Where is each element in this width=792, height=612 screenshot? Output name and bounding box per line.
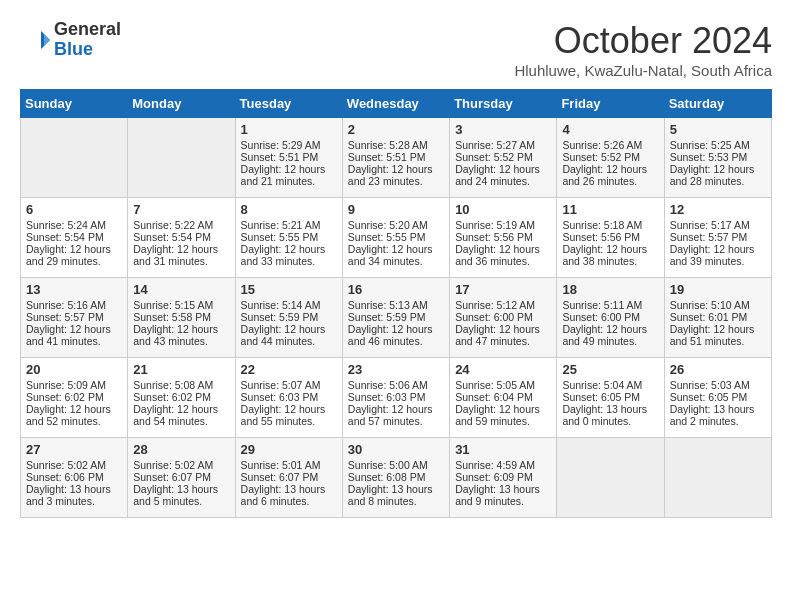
cell-info-line: Daylight: 12 hours and 26 minutes. [562, 163, 658, 187]
day-number: 16 [348, 282, 444, 297]
cell-info-line: Daylight: 12 hours and 21 minutes. [241, 163, 337, 187]
cell-info-line: Sunset: 5:57 PM [670, 231, 766, 243]
cell-info-line: Sunrise: 5:14 AM [241, 299, 337, 311]
day-number: 6 [26, 202, 122, 217]
cell-info-line: Sunset: 5:51 PM [348, 151, 444, 163]
cell-info-line: Daylight: 12 hours and 34 minutes. [348, 243, 444, 267]
calendar-cell: 18Sunrise: 5:11 AMSunset: 6:00 PMDayligh… [557, 278, 664, 358]
calendar-cell: 6Sunrise: 5:24 AMSunset: 5:54 PMDaylight… [21, 198, 128, 278]
day-number: 2 [348, 122, 444, 137]
cell-info-line: Sunrise: 5:25 AM [670, 139, 766, 151]
day-number: 27 [26, 442, 122, 457]
day-number: 9 [348, 202, 444, 217]
cell-info-line: Sunset: 6:02 PM [26, 391, 122, 403]
cell-info-line: Sunrise: 5:02 AM [133, 459, 229, 471]
cell-info-line: Sunrise: 5:24 AM [26, 219, 122, 231]
cell-info-line: Daylight: 12 hours and 46 minutes. [348, 323, 444, 347]
cell-info-line: Sunrise: 5:09 AM [26, 379, 122, 391]
cell-info-line: Sunrise: 5:00 AM [348, 459, 444, 471]
cell-info-line: Daylight: 12 hours and 59 minutes. [455, 403, 551, 427]
cell-info-line: Daylight: 13 hours and 3 minutes. [26, 483, 122, 507]
header-col-sunday: Sunday [21, 90, 128, 118]
cell-info-line: Daylight: 13 hours and 6 minutes. [241, 483, 337, 507]
calendar-cell: 2Sunrise: 5:28 AMSunset: 5:51 PMDaylight… [342, 118, 449, 198]
calendar-cell: 17Sunrise: 5:12 AMSunset: 6:00 PMDayligh… [450, 278, 557, 358]
cell-info-line: Sunrise: 5:20 AM [348, 219, 444, 231]
calendar-cell: 1Sunrise: 5:29 AMSunset: 5:51 PMDaylight… [235, 118, 342, 198]
cell-info-line: Daylight: 13 hours and 5 minutes. [133, 483, 229, 507]
cell-info-line: Daylight: 13 hours and 2 minutes. [670, 403, 766, 427]
cell-info-line: Sunset: 6:09 PM [455, 471, 551, 483]
cell-info-line: Sunset: 6:07 PM [241, 471, 337, 483]
cell-info-line: Sunset: 6:05 PM [670, 391, 766, 403]
cell-info-line: Sunset: 5:51 PM [241, 151, 337, 163]
calendar-cell: 21Sunrise: 5:08 AMSunset: 6:02 PMDayligh… [128, 358, 235, 438]
cell-info-line: Sunrise: 5:21 AM [241, 219, 337, 231]
cell-info-line: Sunrise: 5:03 AM [670, 379, 766, 391]
day-number: 29 [241, 442, 337, 457]
cell-info-line: Sunset: 5:59 PM [348, 311, 444, 323]
header-col-monday: Monday [128, 90, 235, 118]
cell-info-line: Daylight: 12 hours and 33 minutes. [241, 243, 337, 267]
day-number: 25 [562, 362, 658, 377]
calendar-cell: 26Sunrise: 5:03 AMSunset: 6:05 PMDayligh… [664, 358, 771, 438]
header-col-friday: Friday [557, 90, 664, 118]
cell-info-line: Daylight: 12 hours and 55 minutes. [241, 403, 337, 427]
calendar-cell [128, 118, 235, 198]
cell-info-line: Sunset: 5:53 PM [670, 151, 766, 163]
header-col-saturday: Saturday [664, 90, 771, 118]
cell-info-line: Sunset: 5:56 PM [562, 231, 658, 243]
calendar-cell: 28Sunrise: 5:02 AMSunset: 6:07 PMDayligh… [128, 438, 235, 518]
day-number: 21 [133, 362, 229, 377]
cell-info-line: Sunset: 6:08 PM [348, 471, 444, 483]
cell-info-line: Sunset: 5:52 PM [455, 151, 551, 163]
logo: General Blue [20, 20, 121, 60]
calendar-cell: 19Sunrise: 5:10 AMSunset: 6:01 PMDayligh… [664, 278, 771, 358]
logo-text: General Blue [54, 20, 121, 60]
cell-info-line: Sunset: 5:54 PM [26, 231, 122, 243]
cell-info-line: Sunset: 6:07 PM [133, 471, 229, 483]
calendar-cell: 12Sunrise: 5:17 AMSunset: 5:57 PMDayligh… [664, 198, 771, 278]
cell-info-line: Sunset: 6:00 PM [455, 311, 551, 323]
cell-info-line: Daylight: 12 hours and 39 minutes. [670, 243, 766, 267]
cell-info-line: Daylight: 12 hours and 54 minutes. [133, 403, 229, 427]
day-number: 23 [348, 362, 444, 377]
cell-info-line: Sunset: 6:05 PM [562, 391, 658, 403]
cell-info-line: Sunset: 6:01 PM [670, 311, 766, 323]
cell-info-line: Daylight: 12 hours and 23 minutes. [348, 163, 444, 187]
calendar-cell: 4Sunrise: 5:26 AMSunset: 5:52 PMDaylight… [557, 118, 664, 198]
month-title: October 2024 [514, 20, 772, 62]
calendar-cell: 8Sunrise: 5:21 AMSunset: 5:55 PMDaylight… [235, 198, 342, 278]
day-number: 4 [562, 122, 658, 137]
cell-info-line: Daylight: 12 hours and 28 minutes. [670, 163, 766, 187]
day-number: 15 [241, 282, 337, 297]
week-row-1: 1Sunrise: 5:29 AMSunset: 5:51 PMDaylight… [21, 118, 772, 198]
cell-info-line: Sunrise: 5:17 AM [670, 219, 766, 231]
calendar-cell: 24Sunrise: 5:05 AMSunset: 6:04 PMDayligh… [450, 358, 557, 438]
day-number: 19 [670, 282, 766, 297]
cell-info-line: Sunset: 5:58 PM [133, 311, 229, 323]
day-number: 3 [455, 122, 551, 137]
calendar-cell: 13Sunrise: 5:16 AMSunset: 5:57 PMDayligh… [21, 278, 128, 358]
day-number: 30 [348, 442, 444, 457]
calendar-cell: 16Sunrise: 5:13 AMSunset: 5:59 PMDayligh… [342, 278, 449, 358]
cell-info-line: Sunrise: 5:29 AM [241, 139, 337, 151]
calendar-cell: 30Sunrise: 5:00 AMSunset: 6:08 PMDayligh… [342, 438, 449, 518]
day-number: 14 [133, 282, 229, 297]
header-col-tuesday: Tuesday [235, 90, 342, 118]
day-number: 7 [133, 202, 229, 217]
cell-info-line: Daylight: 12 hours and 52 minutes. [26, 403, 122, 427]
calendar-cell: 15Sunrise: 5:14 AMSunset: 5:59 PMDayligh… [235, 278, 342, 358]
cell-info-line: Sunrise: 5:22 AM [133, 219, 229, 231]
cell-info-line: Sunrise: 5:26 AM [562, 139, 658, 151]
cell-info-line: Sunset: 5:57 PM [26, 311, 122, 323]
calendar-cell: 3Sunrise: 5:27 AMSunset: 5:52 PMDaylight… [450, 118, 557, 198]
cell-info-line: Sunset: 5:52 PM [562, 151, 658, 163]
cell-info-line: Daylight: 12 hours and 44 minutes. [241, 323, 337, 347]
week-row-4: 20Sunrise: 5:09 AMSunset: 6:02 PMDayligh… [21, 358, 772, 438]
cell-info-line: Daylight: 13 hours and 0 minutes. [562, 403, 658, 427]
cell-info-line: Daylight: 12 hours and 47 minutes. [455, 323, 551, 347]
cell-info-line: Sunset: 5:56 PM [455, 231, 551, 243]
cell-info-line: Sunrise: 5:06 AM [348, 379, 444, 391]
header-col-wednesday: Wednesday [342, 90, 449, 118]
